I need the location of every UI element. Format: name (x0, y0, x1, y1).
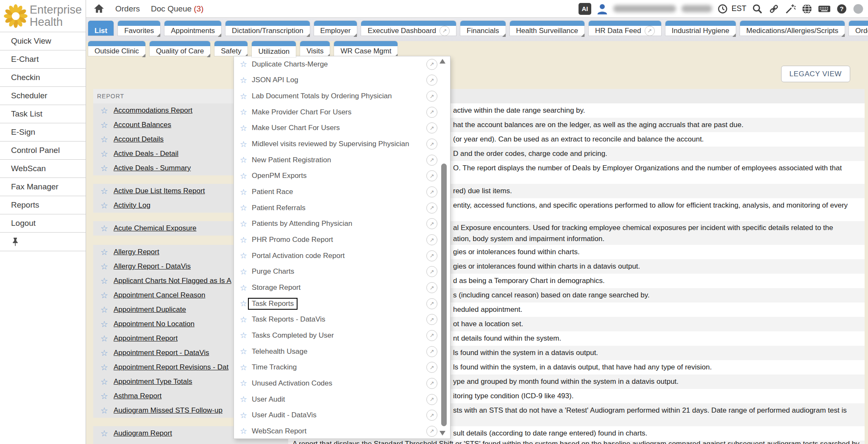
favorite-star-icon[interactable]: ☆ (100, 291, 108, 300)
favorite-star-icon[interactable]: ☆ (240, 379, 247, 387)
tab-wr-case-mgmt[interactable]: WR Case Mgmt (334, 41, 398, 56)
tab-orders[interactable]: Orders (849, 21, 868, 36)
report-link[interactable]: Appointment Duplicate (114, 305, 186, 314)
scrollbar-thumb[interactable] (441, 164, 447, 426)
report-link[interactable]: Active Deals - Detail (114, 150, 178, 158)
dropdown-item-openpm-exports[interactable]: ☆OpenPM Exports↗ (234, 168, 450, 184)
favorite-star-icon[interactable]: ☆ (240, 220, 247, 228)
report-link[interactable]: Account Details (114, 135, 164, 144)
dropdown-item-portal-activation-code-report[interactable]: ☆Portal Activation code Report↗ (234, 248, 450, 264)
favorite-star-icon[interactable]: ☆ (240, 76, 247, 84)
favorite-star-icon[interactable]: ☆ (240, 395, 247, 403)
report-link[interactable]: Account Balances (114, 121, 171, 129)
favorite-star-icon[interactable]: ☆ (240, 252, 247, 260)
globe-icon[interactable] (801, 3, 812, 14)
open-new-window-icon[interactable]: ↗ (426, 91, 437, 102)
scroll-up-arrow[interactable] (440, 59, 445, 64)
report-link[interactable]: Asthma Report (114, 392, 161, 400)
sidebar-item-control-panel[interactable]: Control Panel (0, 142, 86, 160)
open-new-window-icon[interactable]: ↗ (426, 139, 437, 150)
favorite-star-icon[interactable]: ☆ (100, 248, 108, 256)
favorite-star-icon[interactable]: ☆ (100, 305, 108, 314)
favorite-star-icon[interactable]: ☆ (100, 187, 108, 195)
favorite-star-icon[interactable]: ☆ (100, 363, 108, 372)
report-link[interactable]: Appointment Report - DataVis (114, 349, 209, 357)
report-link[interactable]: Active Due List Items Report (114, 187, 205, 195)
dropdown-item-webscan-report[interactable]: ☆WebScan Report↗ (234, 423, 450, 439)
favorite-star-icon[interactable]: ☆ (240, 284, 247, 292)
report-link[interactable]: Applicant Charts Not Flagged as Is A (114, 277, 231, 285)
favorite-star-icon[interactable]: ☆ (100, 377, 108, 386)
tab-list[interactable]: List (88, 21, 114, 36)
favorite-star-icon[interactable]: ☆ (240, 236, 247, 244)
sidebar-item-e-sign[interactable]: E-Sign (0, 123, 86, 142)
dropdown-item-patient-referrals[interactable]: ☆Patient Referrals↗ (234, 200, 450, 216)
favorite-star-icon[interactable]: ☆ (240, 204, 247, 212)
favorite-star-icon[interactable]: ☆ (240, 364, 247, 372)
favorite-star-icon[interactable]: ☆ (100, 406, 108, 415)
favorite-star-icon[interactable]: ☆ (100, 135, 108, 144)
dropdown-item-purge-charts[interactable]: ☆Purge Charts↗ (234, 264, 450, 280)
tab-visits[interactable]: Visits (300, 41, 330, 56)
open-new-window-icon[interactable]: ↗ (426, 107, 437, 118)
user-icon[interactable] (597, 3, 608, 15)
favorite-star-icon[interactable]: ☆ (100, 320, 108, 328)
sidebar-item-task-list[interactable]: Task List (0, 105, 86, 123)
open-new-window-icon[interactable]: ↗ (426, 170, 437, 181)
tab-utilization[interactable]: Utilization (252, 41, 296, 57)
open-new-window-icon[interactable]: ↗ (426, 203, 437, 214)
link-icon[interactable] (768, 3, 779, 14)
ai-badge[interactable]: AI (579, 3, 591, 15)
report-link[interactable]: Appointment Report (114, 334, 178, 343)
report-link[interactable]: Allergy Report - DataVis (114, 262, 191, 271)
help-icon[interactable]: ? (836, 3, 847, 14)
dropdown-item-time-tracking[interactable]: ☆Time Tracking↗ (234, 359, 450, 375)
dropdown-item-json-api-log[interactable]: ☆JSON API Log↗ (234, 72, 450, 89)
open-new-window-icon[interactable]: ↗ (426, 298, 437, 309)
sidebar-item-webscan[interactable]: WebScan (0, 160, 86, 178)
sidebar-item-reports[interactable]: Reports (0, 196, 86, 214)
favorite-star-icon[interactable]: ☆ (240, 124, 247, 132)
favorite-star-icon[interactable]: ☆ (240, 172, 247, 180)
doc-queue-link[interactable]: Doc Queue(3) (151, 4, 203, 14)
scroll-down-arrow[interactable] (440, 431, 445, 436)
open-new-window-icon[interactable]: ↗ (426, 75, 437, 86)
wand-icon[interactable] (785, 3, 796, 14)
favorite-star-icon[interactable]: ☆ (100, 334, 108, 343)
open-new-window-icon[interactable]: ↗ (426, 122, 437, 133)
favorite-star-icon[interactable]: ☆ (240, 331, 247, 339)
dropdown-item-tasks-completed-by-user[interactable]: ☆Tasks Completed by User↗ (234, 327, 450, 344)
dropdown-item-new-patient-registration[interactable]: ☆New Patient Registration↗ (234, 152, 450, 168)
open-new-window-icon[interactable]: ↗ (426, 155, 437, 166)
report-link[interactable]: Audiogram Report (114, 429, 172, 438)
favorite-star-icon[interactable]: ☆ (240, 108, 247, 116)
open-new-window-icon[interactable]: ↗ (426, 426, 437, 437)
open-new-window-icon[interactable]: ↗ (426, 362, 437, 373)
favorite-star-icon[interactable]: ☆ (240, 411, 247, 419)
open-new-window-icon[interactable]: ↗ (426, 250, 437, 261)
dropdown-item-make-provider-chart-for-users[interactable]: ☆Make Provider Chart For Users↗ (234, 104, 450, 120)
favorite-star-icon[interactable]: ☆ (100, 277, 108, 285)
favorite-star-icon[interactable]: ☆ (240, 140, 247, 148)
tab-hr-data-feed[interactable]: HR Data Feed↗ (589, 21, 661, 36)
report-link[interactable]: Appointment No Location (114, 320, 195, 328)
favorite-star-icon[interactable]: ☆ (100, 106, 108, 115)
dropdown-item-patients-by-attending-physician[interactable]: ☆Patients by Attending Physician↗ (234, 216, 450, 232)
search-icon[interactable] (752, 3, 763, 14)
dropdown-item-lab-document-totals-by-ordering-physician[interactable]: ☆Lab Document Totals by Ordering Physici… (234, 88, 450, 104)
tab-appointments[interactable]: Appointments (164, 21, 221, 36)
dropdown-item-unused-activation-codes[interactable]: ☆Unused Activation Codes↗ (234, 375, 450, 391)
sidebar-item-checkin[interactable]: Checkin (0, 69, 86, 87)
favorite-star-icon[interactable]: ☆ (240, 347, 247, 355)
open-new-window-icon[interactable]: ↗ (426, 394, 437, 405)
tab-industrial-hygiene[interactable]: Industrial Hygiene (665, 21, 736, 36)
report-link[interactable]: Accommodations Report (114, 106, 192, 115)
home-icon[interactable] (94, 4, 104, 14)
sidebar-item-fax-manager[interactable]: Fax Manager (0, 178, 86, 196)
report-link[interactable]: Appointment Type Totals (114, 377, 192, 386)
open-new-window-icon[interactable]: ↗ (426, 234, 437, 245)
sidebar-pin-row[interactable] (0, 233, 86, 251)
legacy-view-button[interactable]: LEGACY VIEW (781, 66, 850, 82)
favorite-star-icon[interactable]: ☆ (240, 156, 247, 164)
dropdown-item-user-audit[interactable]: ☆User Audit↗ (234, 391, 450, 408)
